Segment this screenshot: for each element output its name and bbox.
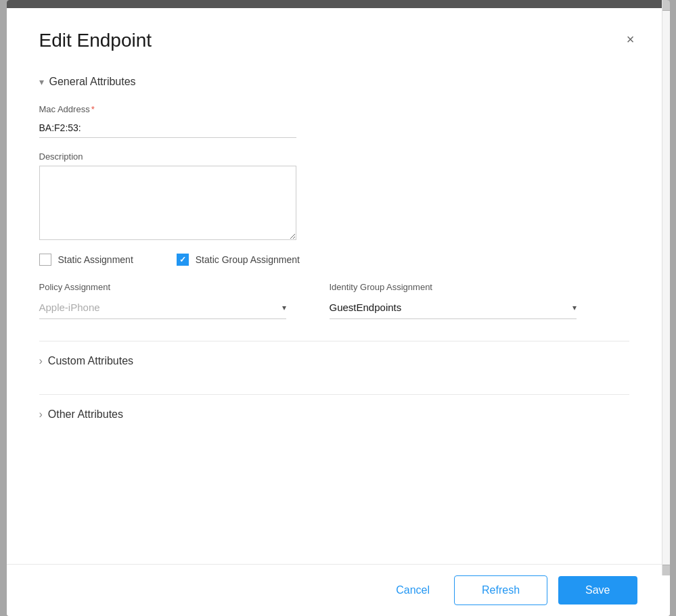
custom-attributes-section: › Custom Attributes [39, 341, 629, 395]
refresh-button[interactable]: Refresh [454, 575, 547, 605]
modal-overlay: Edit Endpoint × ▾ General Attributes [0, 0, 676, 616]
top-bar [7, 0, 670, 8]
identity-group-label: Identity Group Assignment [330, 282, 577, 292]
policy-assignment-arrow-icon: ▾ [282, 303, 286, 312]
close-button[interactable]: × [624, 30, 637, 49]
custom-attributes-header[interactable]: › Custom Attributes [39, 341, 629, 378]
mac-address-group: Mac Address* [39, 104, 629, 138]
general-attributes-content: Mac Address* Description Static Assignm [39, 99, 629, 325]
modal-title: Edit Endpoint [39, 30, 152, 51]
dropdowns-row: Policy Assignment Apple-iPhone ▾ Identit… [39, 282, 629, 319]
modal-footer: Cancel Refresh Save [7, 564, 670, 616]
scrollbar-thumb-bottom[interactable] [662, 565, 670, 575]
modal-body: ▾ General Attributes Mac Address* Descri… [7, 62, 670, 564]
cancel-button[interactable]: Cancel [382, 576, 443, 605]
general-attributes-section: ▾ General Attributes Mac Address* Descri… [39, 62, 629, 341]
save-button[interactable]: Save [558, 576, 637, 605]
policy-assignment-label: Policy Assignment [39, 282, 286, 292]
edit-endpoint-modal: Edit Endpoint × ▾ General Attributes [7, 0, 670, 616]
description-textarea[interactable] [39, 166, 296, 240]
custom-attributes-title: Custom Attributes [48, 355, 133, 367]
scrollbar-track[interactable] [662, 0, 670, 575]
modal-header: Edit Endpoint × [7, 8, 670, 62]
description-group: Description [39, 151, 629, 240]
static-group-assignment-checkbox[interactable] [177, 254, 189, 266]
policy-assignment-select[interactable]: Apple-iPhone ▾ [39, 296, 286, 319]
mac-address-label: Mac Address* [39, 104, 629, 114]
required-star: * [91, 104, 95, 114]
identity-group-select[interactable]: GuestEndpoints ▾ [330, 296, 577, 319]
general-attributes-title: General Attributes [49, 76, 136, 88]
policy-assignment-group: Policy Assignment Apple-iPhone ▾ [39, 282, 286, 319]
custom-chevron-icon: › [39, 355, 43, 367]
static-group-assignment-item: Static Group Assignment [177, 254, 300, 266]
other-attributes-title: Other Attributes [48, 408, 123, 421]
scrollbar-thumb-top[interactable] [662, 0, 670, 11]
mac-address-input[interactable] [39, 118, 296, 138]
other-attributes-section: › Other Attributes [39, 395, 629, 448]
description-label: Description [39, 151, 629, 162]
other-attributes-header[interactable]: › Other Attributes [39, 395, 629, 431]
policy-assignment-value: Apple-iPhone [39, 302, 100, 313]
static-assignment-item: Static Assignment [39, 254, 133, 266]
checkboxes-row: Static Assignment Static Group Assignmen… [39, 254, 629, 266]
identity-group-value: GuestEndpoints [330, 302, 402, 313]
spacer [39, 448, 629, 488]
static-assignment-checkbox[interactable] [39, 254, 51, 266]
static-group-assignment-label: Static Group Assignment [196, 254, 300, 265]
identity-group-arrow-icon: ▾ [572, 303, 577, 312]
static-assignment-label: Static Assignment [58, 254, 133, 265]
other-chevron-icon: › [39, 408, 43, 421]
identity-group-assignment-group: Identity Group Assignment GuestEndpoints… [330, 282, 577, 319]
general-chevron-icon: ▾ [39, 76, 44, 87]
general-attributes-header[interactable]: ▾ General Attributes [39, 62, 629, 99]
